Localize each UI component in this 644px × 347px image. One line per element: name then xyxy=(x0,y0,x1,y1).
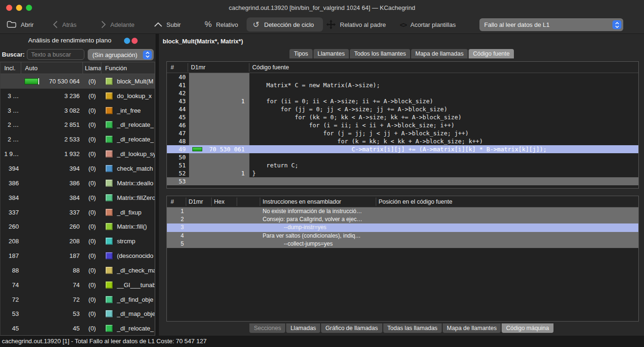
table-row[interactable]: 386 386 (0) Matrix::deallo xyxy=(0,176,155,190)
assembler-view: # D1mr Hex Instrucciones en ensamblador … xyxy=(166,196,639,322)
source-line-40[interactable]: 40 xyxy=(167,73,638,81)
col-hex[interactable]: Hex xyxy=(214,196,224,207)
table-row[interactable]: 394 394 (0) check_match xyxy=(0,161,155,176)
assembler-row-4[interactable]: 4 Para ver saltos (condicionales), indiq… xyxy=(167,232,638,240)
self-value: 337 xyxy=(69,209,80,216)
search-input[interactable] xyxy=(27,49,84,60)
source-line-49[interactable]: 49 70 530 061 C->matrix[i][j] += (A->mat… xyxy=(167,145,638,153)
red-indicator-dot[interactable] xyxy=(132,38,138,44)
table-row[interactable]: 260 260 (0) Matrix::fill() xyxy=(0,219,155,234)
assembler-row-2[interactable]: 2 Consejo: para Callgrind, volver a ejec… xyxy=(167,215,638,223)
column-header-auto[interactable]: Auto xyxy=(21,62,83,74)
calls-value: (0) xyxy=(83,310,101,317)
up-button[interactable]: Subir xyxy=(154,16,181,33)
col-line-number[interactable]: # xyxy=(171,62,174,73)
source-line-47[interactable]: 47 for (j = jj; j < jj + A->block_size; … xyxy=(167,129,638,137)
col-d1mr[interactable]: D1mr xyxy=(189,196,203,207)
table-row[interactable]: 3 … 3 082 (0) _int_free xyxy=(0,103,155,118)
tab-llamadas[interactable]: Llamadas xyxy=(286,323,320,333)
source-line-53[interactable]: 53 xyxy=(167,177,638,185)
col-assembler-instructions[interactable]: Instrucciones en ensamblador xyxy=(263,196,341,207)
source-line-45[interactable]: 45 for (kk = 0; kk < A->size; kk += A->b… xyxy=(167,113,638,121)
calls-value: (0) xyxy=(83,92,101,99)
function-color-swatch xyxy=(106,281,113,289)
relative-label: Relativo xyxy=(216,21,238,28)
forward-button[interactable]: Adelante xyxy=(101,16,134,33)
function-color-swatch xyxy=(106,223,113,230)
assembler-row-3[interactable]: 3 --dump-instr=yes xyxy=(167,223,638,231)
tab-gráfico-de-llamadas[interactable]: Gráfico de llamadas xyxy=(321,323,382,333)
incl-value: 45 xyxy=(12,325,19,332)
source-line-48[interactable]: 48 for (k = kk; k < kk + A->block_size; … xyxy=(167,137,638,145)
table-row[interactable]: 88 88 (0) _dl_check_ma xyxy=(0,263,155,278)
self-value: 72 xyxy=(73,296,80,303)
column-header-funcion[interactable]: Función xyxy=(101,62,155,74)
source-line-43[interactable]: 43 1 for (ii = 0; ii < A->size; ii += A-… xyxy=(167,97,638,105)
column-header-incl[interactable]: Incl. xyxy=(0,62,21,74)
tab-secciones[interactable]: Secciones xyxy=(249,323,285,333)
source-line-44[interactable]: 44 for (jj = 0; jj < A->size; jj += A->b… xyxy=(167,105,638,113)
back-button[interactable]: Atrás xyxy=(53,16,76,33)
function-color-swatch xyxy=(106,252,113,259)
table-row[interactable]: 187 187 (0) (desconocido xyxy=(0,248,155,263)
table-row[interactable]: 3 … 3 236 (0) do_lookup_x xyxy=(0,89,155,103)
incl-value: 1 9… xyxy=(4,150,19,157)
tab-todas-las-llamadas[interactable]: Todas las llamadas xyxy=(383,323,442,333)
self-value: 386 xyxy=(69,180,80,187)
function-color-swatch xyxy=(106,107,113,114)
open-button[interactable]: Abrir xyxy=(7,16,33,33)
tab-tipos[interactable]: Tipos xyxy=(289,49,312,58)
assembler-row-5[interactable]: 5 --collect-jumps=yes xyxy=(167,240,638,248)
line-number: 47 xyxy=(167,129,189,137)
blue-indicator-dot[interactable] xyxy=(124,38,130,44)
table-row[interactable]: 208 208 (0) strcmp xyxy=(0,234,155,248)
source-line-52[interactable]: 52 1 } xyxy=(167,169,638,177)
table-row[interactable]: 1 9… 1 932 (0) _dl_lookup_sy xyxy=(0,147,155,161)
incl-value: 208 xyxy=(8,238,19,245)
column-header-llama[interactable]: Llama xyxy=(83,62,101,74)
cycle-detection-button[interactable]: ↺ Detección de ciclo xyxy=(247,17,323,32)
table-row[interactable]: 2 … 2 851 (0) _dl_relocate_ xyxy=(0,118,155,132)
table-row[interactable]: 72 72 (0) _dl_find_obje xyxy=(0,292,155,307)
col-source-code[interactable]: Código fuente xyxy=(252,62,289,73)
table-row[interactable]: 70 530 064 (0) block_Mult(M xyxy=(0,74,155,89)
incl-value: 386 xyxy=(8,180,19,187)
col-instr-number[interactable]: # xyxy=(171,196,174,207)
source-line-42[interactable]: 42 xyxy=(167,89,638,97)
instruction-number: 4 xyxy=(167,232,184,240)
tab-todos-los-llamantes[interactable]: Todos los llamantes xyxy=(350,49,410,58)
table-row[interactable]: 53 53 (0) _dl_map_obje xyxy=(0,307,155,322)
table-row[interactable]: 337 337 (0) _dl_fixup xyxy=(0,205,155,220)
source-line-41[interactable]: 41 Matrix* C = new Matrix(A->size); xyxy=(167,81,638,89)
table-row[interactable]: 384 384 (0) Matrix::fillZero xyxy=(0,190,155,205)
tab-código-máquina[interactable]: Código máquina xyxy=(502,323,553,333)
relative-toggle-button[interactable]: % Relativo xyxy=(205,16,238,33)
function-name: _dl_map_obje xyxy=(117,310,155,317)
tab-llamantes[interactable]: Llamantes xyxy=(314,49,349,58)
source-view-header: # D1mr Código fuente xyxy=(167,62,638,73)
assembler-row-1[interactable]: 1 No existe información de la instrucció… xyxy=(167,207,638,215)
source-line-46[interactable]: 46 for (i = ii; i < ii + A->block_size; … xyxy=(167,121,638,129)
tab-mapa-de-llamadas[interactable]: Mapa de llamadas xyxy=(411,49,468,58)
grouping-select-value: (Sin agrupación) xyxy=(92,51,137,58)
col-source-position[interactable]: Posición en el código fuente xyxy=(379,196,452,207)
move-arrows-icon xyxy=(326,20,336,29)
code-text: for (ii = 0; ii < A->size; ii += A->bloc… xyxy=(249,97,638,105)
table-row[interactable]: 2 … 2 533 (0) _dl_relocate_ xyxy=(0,132,155,147)
table-row[interactable]: 45 45 (0) _dl_relocate_ xyxy=(0,321,155,336)
tab-código-fuente[interactable]: Código fuente xyxy=(469,49,514,58)
grouping-select[interactable]: (Sin agrupación) xyxy=(88,49,154,60)
cost-type-select[interactable]: Fallo al leer datos de L1 xyxy=(479,18,623,31)
table-row[interactable]: 74 74 (0) __GI___tunab xyxy=(0,278,155,292)
forward-label: Adelante xyxy=(110,21,134,28)
shorten-templates-button[interactable]: <> Acortar plantillas xyxy=(400,16,456,33)
calls-value: (0) xyxy=(83,78,101,85)
select-stepper-icon xyxy=(143,50,152,59)
percent-icon: % xyxy=(205,20,212,29)
source-line-51[interactable]: 51 return C; xyxy=(167,161,638,169)
source-line-50[interactable]: 50 xyxy=(167,153,638,161)
instruction-text: No existe información de la instrucció… xyxy=(263,207,362,215)
col-d1mr[interactable]: D1mr xyxy=(191,62,206,73)
relative-to-parent-button[interactable]: Relativo al padre xyxy=(326,16,386,33)
tab-mapa-de-llamantes[interactable]: Mapa de llamantes xyxy=(443,323,501,333)
